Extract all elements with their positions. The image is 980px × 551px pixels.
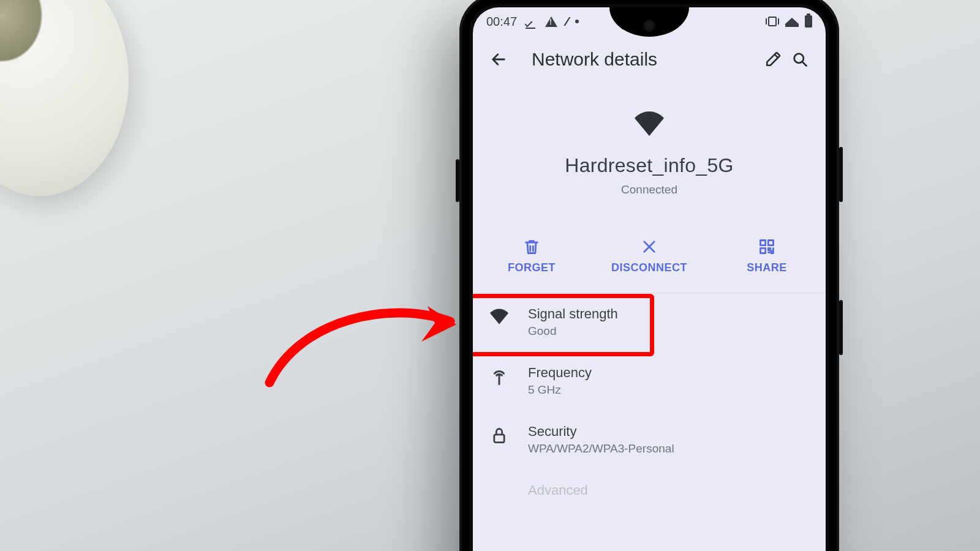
advanced-row[interactable]: Advanced xyxy=(473,469,826,512)
network-ssid: Hardreset_info_5G xyxy=(473,154,826,177)
frequency-row[interactable]: Frequency 5 GHz xyxy=(473,351,826,410)
vibrate-icon xyxy=(766,17,779,26)
network-details-list: Signal strength Good Frequency 5 GHz xyxy=(473,293,826,512)
disconnect-button[interactable]: DISCONNECT xyxy=(590,219,708,293)
share-button[interactable]: SHARE xyxy=(708,219,826,293)
arrow-back-icon xyxy=(490,51,507,68)
network-state: Connected xyxy=(473,183,826,197)
security-row[interactable]: Security WPA/WPA2/WPA3-Personal xyxy=(473,410,826,469)
phone-side-button-right-1 xyxy=(839,147,843,202)
disconnect-label: DISCONNECT xyxy=(611,261,687,274)
phone-frame: 00:47 ⁄⁄ Network details xyxy=(459,0,839,551)
network-header: Hardreset_info_5G Connected xyxy=(473,87,826,215)
trash-icon xyxy=(523,238,540,255)
wifi-icon xyxy=(489,306,510,324)
more-notifications-icon xyxy=(575,20,579,23)
signal-strength-row[interactable]: Signal strength Good xyxy=(473,293,826,351)
close-icon xyxy=(641,238,658,255)
search-icon xyxy=(791,51,809,68)
wifi-status-icon xyxy=(785,16,799,27)
status-time: 00:47 xyxy=(486,15,517,29)
signal-strength-value: Good xyxy=(528,324,618,338)
plant-pot-decor xyxy=(0,0,129,196)
svg-point-1 xyxy=(498,374,500,377)
page-title: Network details xyxy=(532,49,657,70)
lock-icon xyxy=(489,424,510,444)
warning-icon xyxy=(545,17,557,27)
battery-icon xyxy=(805,15,812,28)
edit-button[interactable] xyxy=(760,46,786,73)
pencil-icon xyxy=(765,51,781,67)
wifi-large-icon xyxy=(635,111,664,138)
annotation-arrow xyxy=(263,294,472,407)
qr-icon xyxy=(758,238,775,255)
antenna-icon xyxy=(489,365,510,386)
phone-side-button-right-2 xyxy=(839,300,843,355)
app-bar: Network details xyxy=(473,36,826,83)
phone-screen: 00:47 ⁄⁄ Network details xyxy=(473,7,826,551)
svg-rect-2 xyxy=(494,435,504,443)
frequency-value: 5 GHz xyxy=(528,383,592,397)
forget-label: FORGET xyxy=(508,261,556,274)
action-row: FORGET DISCONNECT SHARE xyxy=(473,219,826,293)
forget-button[interactable]: FORGET xyxy=(473,219,590,293)
back-button[interactable] xyxy=(485,46,512,73)
traffic-icon: ⁄⁄ xyxy=(566,15,567,29)
frequency-title: Frequency xyxy=(528,365,592,381)
search-button[interactable] xyxy=(786,46,813,73)
advanced-title: Advanced xyxy=(528,482,588,498)
share-label: SHARE xyxy=(747,261,787,274)
download-done-icon xyxy=(526,16,537,27)
security-value: WPA/WPA2/WPA3-Personal xyxy=(528,442,674,455)
phone-side-button-left xyxy=(456,159,459,202)
security-title: Security xyxy=(528,424,674,440)
signal-strength-title: Signal strength xyxy=(528,306,618,322)
